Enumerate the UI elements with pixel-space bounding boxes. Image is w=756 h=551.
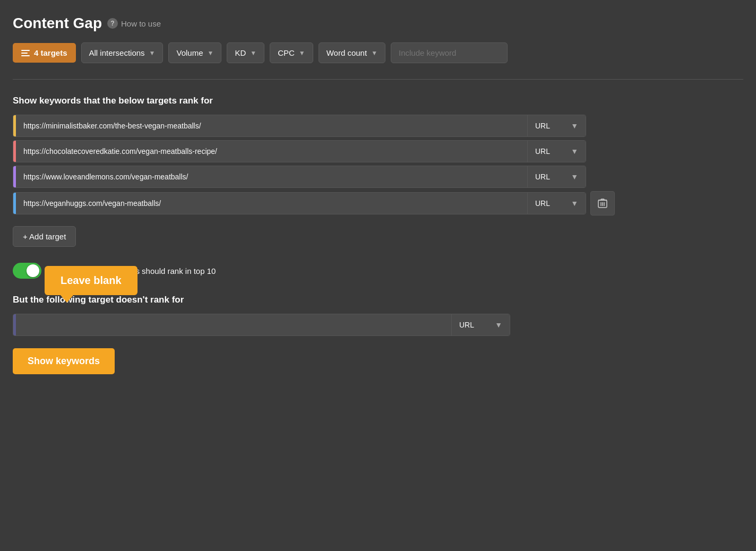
- chevron-down-icon: ▼: [299, 49, 305, 57]
- url-input-wrapper: URL▼: [13, 115, 586, 137]
- url-input[interactable]: [16, 166, 527, 187]
- top10-toggle[interactable]: [13, 263, 41, 279]
- url-type-dropdown[interactable]: URL▼: [527, 115, 586, 136]
- chevron-down-icon: ▼: [571, 122, 578, 130]
- url-row: URL▼: [13, 166, 743, 188]
- chevron-down-icon: ▼: [149, 49, 156, 57]
- chevron-down-icon: ▼: [571, 147, 578, 156]
- add-target-button[interactable]: + Add target: [13, 226, 76, 247]
- negative-url-input-wrapper: URL ▼: [13, 314, 510, 336]
- include-keyword-input[interactable]: [391, 42, 508, 63]
- how-to-use-link[interactable]: ? How to use: [107, 18, 161, 29]
- chevron-down-icon: ▼: [371, 49, 377, 57]
- url-row: URL▼: [13, 115, 743, 137]
- url-input-wrapper: URL▼: [13, 192, 586, 214]
- negative-url-row: URL ▼: [13, 314, 510, 336]
- url-rows-container: URL▼URL▼URL▼URL▼: [13, 115, 743, 216]
- negative-url-input[interactable]: [16, 314, 451, 335]
- page-title: Content Gap: [13, 15, 102, 32]
- sliders-icon: [21, 50, 30, 56]
- chevron-down-icon: ▼: [250, 49, 256, 57]
- negative-url-wrapper: Leave blank URL ▼: [13, 314, 510, 336]
- url-input[interactable]: [16, 141, 527, 162]
- targets-button[interactable]: 4 targets: [13, 43, 76, 63]
- url-row: URL▼: [13, 191, 743, 216]
- all-intersections-dropdown[interactable]: All intersections ▼: [81, 42, 164, 63]
- show-keywords-button[interactable]: Show keywords: [13, 348, 115, 374]
- url-row: URL▼: [13, 140, 743, 162]
- url-type-dropdown[interactable]: URL▼: [527, 166, 586, 187]
- chevron-down-icon: ▼: [571, 199, 578, 208]
- section1-title: Show keywords that the below targets ran…: [13, 96, 743, 106]
- kd-dropdown[interactable]: KD ▼: [227, 42, 264, 63]
- url-input[interactable]: [16, 115, 527, 136]
- header: Content Gap ? How to use: [13, 15, 743, 32]
- url-type-dropdown[interactable]: URL▼: [527, 193, 586, 214]
- trash-icon: [598, 198, 607, 209]
- volume-dropdown[interactable]: Volume ▼: [168, 42, 221, 63]
- url-type-dropdown[interactable]: URL▼: [527, 141, 586, 162]
- section2-title: But the following target doesn't rank fo…: [13, 295, 743, 305]
- url-input[interactable]: [16, 193, 527, 214]
- help-icon: ?: [107, 18, 118, 29]
- how-to-use-label: How to use: [121, 19, 161, 28]
- url-input-wrapper: URL▼: [13, 140, 586, 162]
- delete-url-button[interactable]: [590, 191, 615, 216]
- toolbar: 4 targets All intersections ▼ Volume ▼ K…: [13, 42, 743, 63]
- toggle-thumb: [27, 264, 39, 277]
- chevron-down-icon: ▼: [495, 321, 502, 329]
- word-count-dropdown[interactable]: Word count ▼: [319, 42, 385, 63]
- url-input-wrapper: URL▼: [13, 166, 586, 188]
- section-divider: [13, 79, 743, 80]
- chevron-down-icon: ▼: [208, 49, 214, 57]
- chevron-down-icon: ▼: [571, 173, 578, 181]
- cpc-dropdown[interactable]: CPC ▼: [270, 42, 313, 63]
- leave-blank-tooltip: Leave blank: [45, 266, 138, 295]
- negative-url-type-dropdown[interactable]: URL ▼: [451, 314, 510, 335]
